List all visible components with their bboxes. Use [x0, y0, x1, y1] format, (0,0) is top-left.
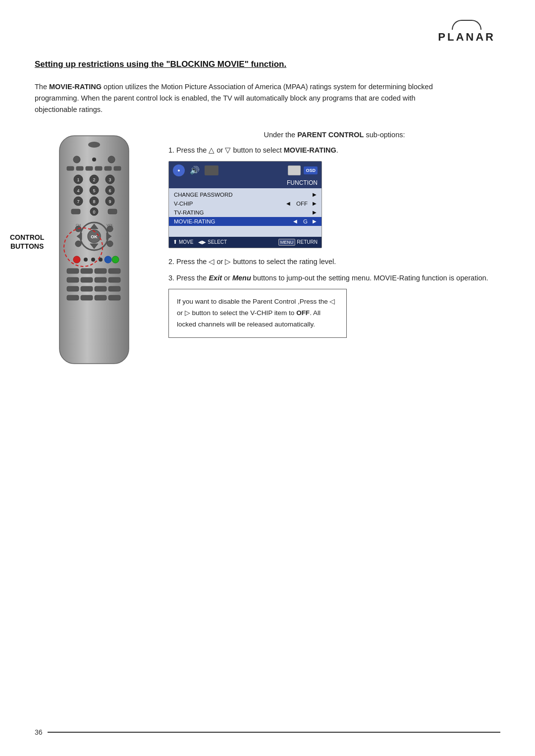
osd-row-vchip: V-CHIP ◀ OFF ▶	[169, 199, 321, 208]
instructions-column: Under the PARENT CONTROL sub-options: 1.…	[168, 131, 500, 338]
osd-row-change-password: CHANGE PASSWORD ▶	[169, 190, 321, 199]
svg-text:3: 3	[108, 177, 111, 182]
svg-rect-53	[81, 277, 93, 282]
osd-row-movierating: MOVIE-RATING ◀ G ▶	[169, 217, 321, 226]
two-column-layout: CONTROL BUTTONS	[35, 131, 500, 370]
step2: 2. Press the ◁ or ▷ buttons to select th…	[168, 256, 500, 268]
footer-line	[48, 732, 500, 733]
osd-menu-return-item: MENU RETURN	[278, 239, 318, 246]
svg-rect-58	[95, 286, 107, 291]
svg-rect-5	[67, 166, 74, 170]
logo-text: PLANAR	[438, 31, 495, 44]
intro-paragraph: The MOVIE-RATING option utilizes the Mot…	[35, 81, 441, 116]
control-buttons-highlight	[63, 227, 103, 267]
svg-text:5: 5	[93, 188, 95, 193]
svg-rect-32	[108, 209, 117, 214]
svg-point-3	[92, 158, 96, 162]
svg-rect-7	[86, 166, 93, 170]
svg-rect-50	[95, 269, 107, 273]
osd-menu-box: ● 🔊 OSD FUNCTION CHANGE PASSWORD ▶	[168, 161, 322, 248]
svg-rect-54	[95, 277, 107, 282]
svg-rect-48	[67, 269, 79, 273]
svg-rect-8	[95, 166, 102, 170]
svg-rect-49	[81, 269, 93, 273]
svg-rect-62	[95, 295, 107, 300]
step3: 3. Press the Exit or Menu buttons to jum…	[168, 272, 500, 284]
osd-function-label: FUNCTION	[169, 179, 321, 188]
svg-point-1	[88, 142, 100, 148]
step1: 1. Press the △ or ▽ button to select MOV…	[168, 145, 500, 156]
osd-icon-bar: ● 🔊 OSD	[169, 162, 321, 179]
logo-area: PLANAR	[438, 20, 495, 44]
svg-text:4: 4	[77, 188, 79, 193]
svg-point-41	[107, 241, 113, 247]
svg-point-39	[107, 226, 113, 232]
svg-text:7: 7	[77, 199, 79, 204]
svg-text:2: 2	[93, 177, 95, 182]
osd-row-tvrating: TV-RATING ▶	[169, 208, 321, 217]
svg-rect-57	[81, 286, 93, 291]
control-label: CONTROL BUTTONS	[10, 233, 44, 251]
step3-block: 3. Press the Exit or Menu buttons to jum…	[168, 272, 500, 284]
svg-rect-51	[108, 269, 120, 273]
remote-wrapper: CONTROL BUTTONS	[50, 131, 139, 370]
svg-rect-10	[114, 166, 121, 170]
svg-text:1: 1	[77, 177, 79, 182]
svg-rect-52	[67, 277, 79, 282]
osd-move-item: ⬆ MOVE	[173, 239, 193, 245]
osd-menu-rows: CHANGE PASSWORD ▶ V-CHIP ◀ OFF ▶ TV-RATI…	[169, 188, 321, 237]
svg-text:8: 8	[93, 199, 95, 204]
svg-rect-9	[105, 166, 111, 170]
svg-rect-29	[71, 209, 80, 214]
svg-text:6: 6	[108, 188, 111, 193]
page-title: Setting up restrictions using the "BLOCK…	[35, 59, 500, 69]
svg-point-47	[112, 256, 119, 263]
svg-rect-55	[108, 277, 120, 282]
svg-rect-60	[67, 295, 79, 300]
logo-arc	[452, 20, 482, 30]
sub-options-text: Under the PARENT CONTROL sub-options:	[168, 131, 500, 139]
osd-icon-ball: ●	[173, 164, 185, 176]
page-footer: 36	[35, 728, 500, 736]
osd-bottom-bar: ⬆ MOVE ◀▶ SELECT MENU RETURN	[169, 237, 321, 248]
osd-icon-speaker: 🔊	[188, 165, 202, 176]
svg-rect-6	[76, 166, 83, 170]
main-content: Setting up restrictions using the "BLOCK…	[0, 0, 535, 415]
osd-icon-osd: OSD	[304, 166, 318, 174]
remote-column: CONTROL BUTTONS	[35, 131, 154, 370]
svg-point-4	[108, 156, 115, 163]
svg-rect-61	[81, 295, 93, 300]
osd-icon-doc	[288, 165, 301, 175]
step2-block: 2. Press the ◁ or ▷ buttons to select th…	[168, 256, 500, 268]
info-box: If you want to disable the Parent Contro…	[168, 289, 347, 338]
svg-rect-56	[67, 286, 79, 291]
svg-text:9: 9	[108, 199, 111, 204]
svg-rect-59	[108, 286, 120, 291]
svg-point-46	[105, 256, 111, 263]
svg-text:0: 0	[93, 210, 95, 215]
osd-icon-bars	[205, 165, 218, 175]
svg-point-2	[73, 156, 80, 163]
page-number: 36	[35, 728, 43, 736]
osd-select-item: ◀▶ SELECT	[198, 239, 227, 245]
svg-rect-63	[108, 295, 120, 300]
